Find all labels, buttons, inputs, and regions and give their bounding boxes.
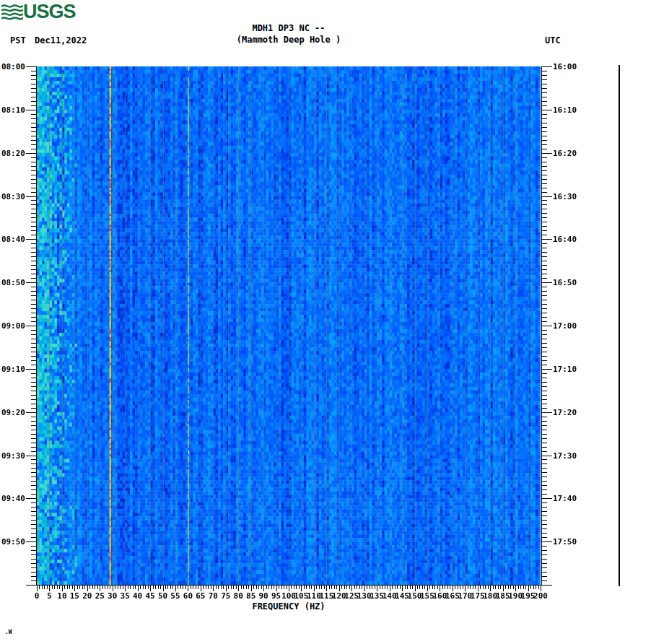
y-axis-tick-right [542,183,547,184]
y-axis-tick-right [542,188,547,188]
x-axis-tick [463,586,463,589]
x-axis-tick [145,586,146,589]
x-axis-tick [437,586,438,589]
y-axis-tick-right [542,456,552,456]
x-axis-tick [442,586,443,589]
x-axis-tick [268,586,269,589]
y-axis-tick-right [542,313,547,313]
y-axis-tick-left [31,183,36,184]
y-axis-tick-right [542,472,547,473]
x-axis-tick [525,586,526,589]
x-axis-tick [453,586,453,591]
x-axis-tick [424,586,425,589]
x-axis-tick [473,586,473,589]
y-axis-label-right: 17:10 [553,365,586,373]
y-axis-tick-right [542,217,547,218]
y-axis-tick-right [542,131,547,132]
x-axis-tick [203,586,204,589]
y-axis-label-left: 09:40 [0,495,25,502]
x-axis-tick [54,586,55,589]
y-axis-tick-right [542,118,547,119]
x-axis-tick [490,586,491,591]
y-axis-tick-left [31,269,36,270]
y-axis-tick-left [31,88,36,89]
y-axis-tick-right [542,261,547,261]
y-axis-tick-right [542,114,547,115]
x-axis-tick [380,586,380,589]
y-axis-tick-left [31,524,36,525]
y-axis-tick-right [542,274,547,274]
x-axis-tick [228,586,229,589]
x-axis-tick [266,586,267,589]
y-axis-tick-right [542,222,547,222]
x-axis-tick [44,586,45,589]
y-axis-tick-right [542,430,547,430]
y-axis-tick-left [31,252,36,253]
x-axis-tick [97,586,98,589]
y-axis-tick-left [31,559,36,560]
x-axis-tick [503,586,504,591]
y-axis-tick-left [31,300,36,300]
y-axis-tick-left [31,502,36,503]
y-axis-tick-right [542,373,547,374]
x-axis-tick [349,586,350,589]
y-axis-tick-left [31,105,36,106]
x-axis-tick [402,586,403,591]
y-axis-tick-right [542,295,547,296]
y-axis-tick-right [542,563,547,564]
x-axis-tick [274,586,274,589]
x-axis-tick [281,586,282,589]
x-axis-tick [100,586,100,591]
x-axis-tick [498,586,499,589]
x-axis-tick [536,586,536,589]
y-axis-tick-left [31,213,36,214]
y-axis-tick-left [26,326,36,326]
x-axis-tick [480,586,481,589]
y-axis-tick-right [542,209,547,209]
y-axis-tick-left [31,317,36,318]
x-axis-tick [211,586,211,589]
y-axis-tick-left [26,282,36,283]
x-axis-tick [253,586,254,589]
x-axis-tick [77,586,78,589]
y-axis-label-left: 08:00 [0,63,25,71]
y-axis-tick-right [542,399,547,400]
x-axis-tick [331,586,332,589]
y-axis-tick-left [31,443,36,443]
y-axis-tick-right [542,66,552,67]
x-axis-tick [296,586,297,589]
x-axis-tick [520,586,521,589]
x-axis-tick [188,586,188,591]
x-axis-tick [397,586,398,589]
x-axis-tick [251,586,252,591]
x-axis-tick [226,586,227,591]
station-subtitle: (Mammoth Deep Hole ) [37,35,541,45]
y-axis-tick-right [542,524,547,525]
y-axis-tick-left [31,550,36,551]
y-axis-tick-right [542,149,547,149]
y-axis-label-right: 16:00 [553,63,586,71]
y-axis-tick-left [31,528,36,529]
y-axis-label-right: 16:50 [553,279,586,287]
y-axis-tick-left [31,308,36,309]
x-axis-tick [231,586,232,589]
y-axis-tick-right [542,404,547,404]
y-axis-tick-left [31,192,36,193]
x-axis-tick [359,586,360,589]
y-axis-tick-right [542,256,547,257]
y-axis-tick-left [31,204,36,205]
y-axis-tick-right [542,528,547,529]
y-axis-tick-right [542,326,552,326]
x-axis-tick [304,586,305,589]
usgs-spectrogram-page: USGS PST Dec11,2022 MDH1 DP3 NC -- (Mamm… [0,0,651,644]
y-axis-tick-left [31,404,36,404]
x-axis-tick [258,586,259,589]
x-axis-tick [150,586,151,591]
y-axis-tick-right [542,382,547,383]
y-axis-tick-left [31,217,36,218]
y-axis-tick-left [31,209,36,209]
x-axis-tick [79,586,80,589]
x-axis-tick [412,586,413,589]
y-axis-tick-right [542,489,547,490]
y-axis-tick-left [31,131,36,132]
